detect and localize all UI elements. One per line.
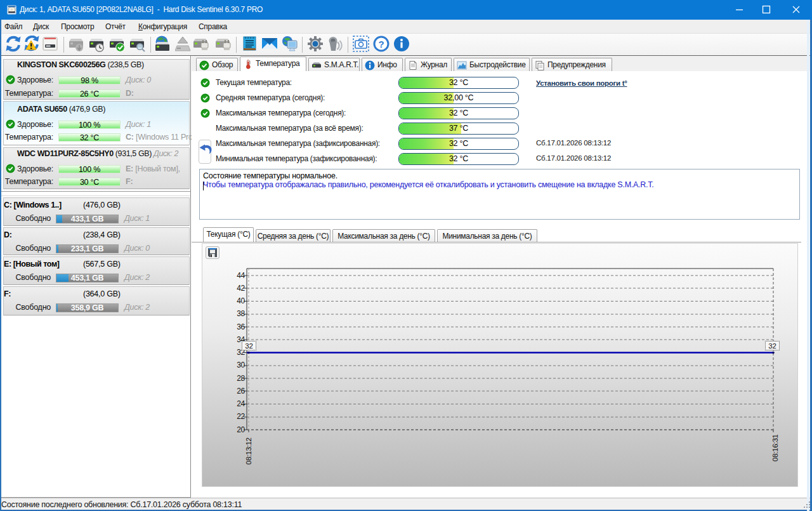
- svg-text:?: ?: [379, 39, 384, 50]
